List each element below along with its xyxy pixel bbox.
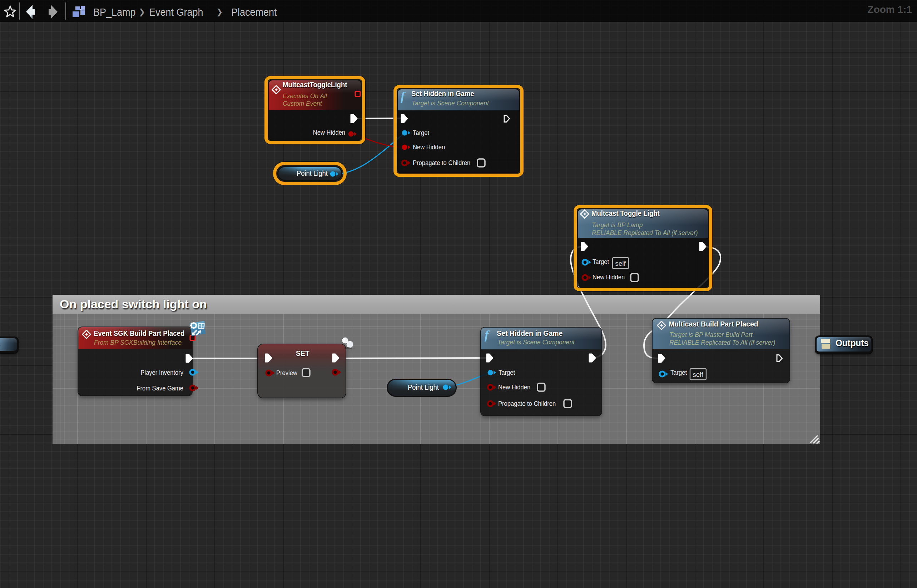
svg-text:f: f: [485, 328, 490, 341]
svg-text:f: f: [401, 90, 406, 103]
